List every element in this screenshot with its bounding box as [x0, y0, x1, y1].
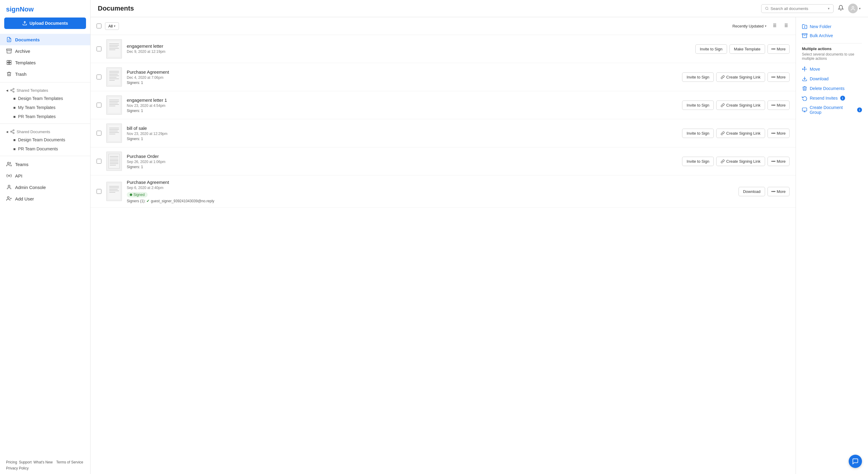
svg-rect-56 [109, 101, 119, 102]
svg-rect-75 [109, 186, 119, 186]
user-avatar-button[interactable]: ▾ [848, 4, 861, 13]
more-button[interactable]: ••• More [768, 45, 789, 54]
view-icon [783, 23, 788, 28]
download-action[interactable]: Download [802, 74, 862, 84]
sidebar-item-documents[interactable]: Documents [0, 34, 90, 45]
svg-rect-44 [109, 48, 119, 49]
search-input[interactable] [771, 6, 826, 11]
table-row: Purchase Agreement Sep 6, 2020 at 2:40pm… [91, 175, 796, 208]
brand-logo: signNow [0, 0, 90, 18]
doc-checkbox[interactable] [97, 159, 101, 164]
svg-line-18 [12, 130, 13, 131]
sidebar-item-add-user[interactable]: Add User [0, 193, 90, 204]
svg-rect-74 [108, 183, 120, 199]
invite-to-sign-button[interactable]: Invite to Sign [682, 100, 714, 110]
svg-rect-76 [109, 187, 119, 188]
doc-actions: Invite to Sign Create Signing Link ••• M… [682, 100, 789, 110]
support-link[interactable]: Support [19, 460, 32, 464]
create-signing-link-button[interactable]: Create Signing Link [716, 72, 765, 82]
search-dropdown-arrow[interactable]: ▾ [828, 7, 830, 10]
more-label: More [777, 47, 785, 51]
select-all-checkbox[interactable] [97, 24, 101, 28]
sidebar-item-teams[interactable]: Teams [0, 158, 90, 170]
table-row: engagement letter Dec 9, 2020 at 12:19pm… [91, 35, 796, 63]
sidebar-item-trash[interactable]: Trash [0, 68, 90, 80]
upload-documents-button[interactable]: Upload Documents [4, 18, 86, 29]
doc-checkbox[interactable] [97, 131, 101, 136]
sort-order-button[interactable] [770, 22, 778, 30]
sidebar-item-pr-team-templates[interactable]: ■ PR Team Templates [0, 112, 90, 121]
pricing-link[interactable]: Pricing [6, 460, 17, 464]
invite-to-sign-button[interactable]: Invite to Sign [682, 72, 714, 82]
doc-name: Purchase Agreement [127, 69, 677, 75]
bulk-archive-action[interactable]: Bulk Archive [802, 31, 862, 40]
sidebar-item-label: Teams [15, 162, 28, 167]
more-button[interactable]: ••• More [768, 157, 789, 166]
sidebar-item-templates[interactable]: Templates [0, 57, 90, 68]
svg-point-15 [10, 131, 12, 132]
svg-rect-54 [108, 97, 120, 113]
multiple-actions-desc: Select several documents to use multiple… [802, 52, 862, 61]
create-signing-link-button[interactable]: Create Signing Link [716, 100, 765, 110]
doc-name: engagement letter [127, 43, 690, 49]
view-toggle-button[interactable] [782, 22, 789, 30]
signed-badge: Signed [127, 192, 148, 198]
doc-name: Purchase Order [127, 154, 677, 159]
new-folder-action[interactable]: New Folder [802, 22, 862, 31]
sort-dropdown[interactable]: Recently Updated ▾ [733, 24, 767, 28]
svg-point-27 [852, 6, 854, 8]
sidebar-item-design-team-templates[interactable]: ■ Design Team Templates [0, 94, 90, 103]
doc-checkbox[interactable] [97, 47, 101, 51]
right-panel: New Folder Bulk Archive Multiple actions… [796, 17, 868, 474]
whats-new-link[interactable]: What's New [33, 460, 53, 464]
create-signing-link-button[interactable]: Create Signing Link [716, 129, 765, 138]
more-button[interactable]: ••• More [768, 129, 789, 138]
more-dots: ••• [771, 75, 776, 80]
add-user-icon [6, 196, 12, 202]
sidebar-item-admin-console[interactable]: Admin Console [0, 181, 90, 193]
invite-to-sign-button[interactable]: Invite to Sign [682, 129, 714, 138]
download-button[interactable]: Download [739, 187, 765, 196]
chat-bubble-button[interactable] [849, 455, 862, 468]
create-signing-link-button[interactable]: Create Signing Link [716, 157, 765, 166]
sidebar-sub-item-label: PR Team Documents [18, 146, 58, 151]
doc-date: Dec 9, 2020 at 12:19pm [127, 50, 690, 54]
sort-order-icon [771, 23, 777, 28]
sidebar-item-my-team-templates[interactable]: ■ My Team Templates [0, 103, 90, 112]
sidebar-item-label: Archive [15, 49, 30, 54]
more-button[interactable]: ••• More [768, 187, 789, 196]
sidebar-item-design-team-docs[interactable]: ■ Design Team Documents [0, 135, 90, 144]
sidebar-item-archive[interactable]: Archive [0, 45, 90, 57]
doc-checkbox[interactable] [97, 75, 101, 80]
archive-icon [6, 48, 12, 54]
invite-to-sign-button[interactable]: Invite to Sign [695, 45, 727, 54]
more-button[interactable]: ••• More [768, 100, 789, 110]
doc-name: engagement letter 1 [127, 97, 677, 102]
make-template-button[interactable]: Make Template [730, 45, 765, 54]
notifications-button[interactable] [838, 5, 844, 12]
invite-to-sign-button[interactable]: Invite to Sign [682, 157, 714, 166]
create-doc-group-action[interactable]: Create Document Group i [802, 103, 862, 117]
svg-rect-50 [109, 76, 119, 76]
terms-link[interactable]: Terms of Service [56, 460, 83, 464]
svg-rect-82 [802, 33, 807, 35]
privacy-link[interactable]: Privacy Policy [6, 466, 29, 470]
doc-info: engagement letter 1 Nov 23, 2020 at 4:54… [127, 97, 677, 113]
doc-info: Purchase Agreement Dec 4, 2020 at 7:06pm… [127, 69, 677, 85]
bell-icon [838, 5, 844, 11]
doc-checkbox[interactable] [97, 102, 101, 108]
sidebar-item-label: Documents [15, 37, 40, 42]
filter-all-dropdown[interactable]: All ▾ [105, 22, 119, 30]
shared-docs-section[interactable]: ◂ Shared Documents [0, 126, 90, 135]
resend-invites-action[interactable]: Resend Invites i [802, 93, 862, 103]
move-action[interactable]: Move [802, 64, 862, 74]
svg-rect-77 [109, 189, 118, 189]
doc-info: Purchase Order Sep 26, 2020 at 1:06pm Si… [127, 154, 677, 169]
shared-templates-section[interactable]: ◂ Shared Templates [0, 85, 90, 94]
doc-checkbox[interactable] [97, 189, 101, 194]
delete-action[interactable]: Delete Documents [802, 84, 862, 93]
doc-date: Sep 6, 2020 at 2:40pm [127, 186, 734, 190]
more-button[interactable]: ••• More [768, 72, 789, 82]
sidebar-item-api[interactable]: API [0, 170, 90, 181]
sidebar-item-pr-team-docs[interactable]: ■ PR Team Documents [0, 144, 90, 153]
